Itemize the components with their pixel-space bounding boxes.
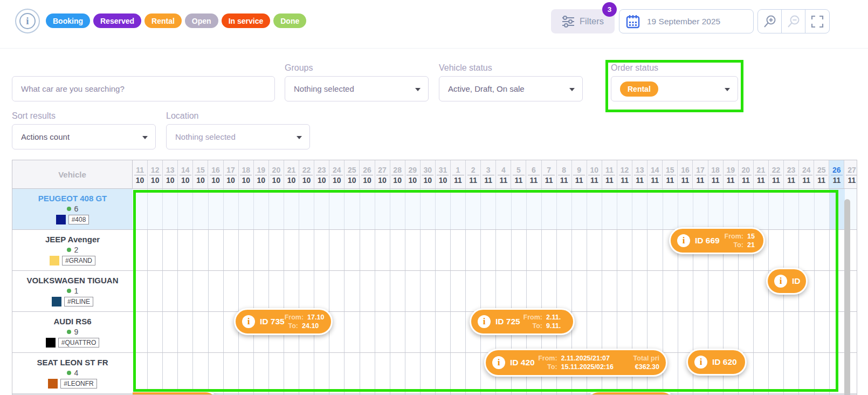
date-column-6-11: 611 bbox=[526, 160, 541, 188]
date-column-18-10: 1810 bbox=[239, 160, 254, 188]
booking-pill-partial[interactable]: From:7.10.2025/2To:15.10.2025 bbox=[133, 391, 219, 394]
date-month: 10 bbox=[257, 176, 266, 185]
vehicle-name: JEEP Avenger bbox=[45, 235, 100, 244]
date-day: 29 bbox=[407, 166, 418, 175]
vertical-scrollbar[interactable] bbox=[844, 199, 850, 395]
location-select[interactable]: Nothing selected bbox=[166, 124, 310, 149]
date-column-10-11: 1011 bbox=[587, 160, 602, 188]
booking-to-value: 9.11. bbox=[546, 322, 567, 330]
date-month: 10 bbox=[408, 176, 417, 185]
booking-from-value: 2.11. bbox=[546, 314, 567, 322]
date-month: 11 bbox=[560, 176, 568, 185]
booking-pill-id-420[interactable]: iID 420From:2.11.2025/21:07To:15.11.2025… bbox=[484, 349, 667, 377]
date-column-31-10: 3110 bbox=[436, 160, 451, 188]
info-icon: i bbox=[478, 315, 491, 328]
groups-select[interactable]: Nothing selected bbox=[285, 76, 429, 101]
vehicle-row-rline[interactable]: VOLKSWAGEN TIGUAN1#RLINE bbox=[12, 271, 133, 312]
date-column-28-10: 2810 bbox=[390, 160, 405, 188]
sort-results-value: Actions count bbox=[21, 132, 70, 141]
zoom-out-button[interactable] bbox=[782, 10, 805, 33]
date-column-26-10: 2610 bbox=[360, 160, 375, 188]
date-day: 16 bbox=[210, 166, 222, 175]
vehicle-row-leonfr[interactable]: SEAT LEON ST FR4#LEONFR bbox=[12, 353, 133, 394]
date-column-14-10: 1410 bbox=[178, 160, 193, 188]
vehicle-action-count: 1 bbox=[67, 287, 79, 295]
vehicle-search-input[interactable] bbox=[12, 77, 274, 101]
date-column-24-11: 2411 bbox=[799, 160, 814, 188]
booking-pill-id[interactable]: iID bbox=[766, 268, 808, 295]
date-day: 10 bbox=[588, 166, 600, 175]
legend-badge-in-service[interactable]: In service bbox=[222, 13, 271, 28]
groups-label: Groups bbox=[285, 63, 313, 73]
order-status-select[interactable]: Rental bbox=[611, 76, 738, 101]
sort-results-select[interactable]: Actions count bbox=[12, 124, 156, 149]
legend-badge-done[interactable]: Done bbox=[273, 13, 306, 28]
date-month: 11 bbox=[514, 176, 522, 185]
date-day: 14 bbox=[180, 166, 191, 175]
vehicle-count-value: 2 bbox=[74, 246, 79, 254]
zoom-in-button[interactable] bbox=[758, 10, 782, 33]
booking-pill-id-620[interactable]: iID 620 bbox=[686, 349, 747, 376]
fullscreen-button[interactable] bbox=[805, 10, 829, 33]
booking-pill-id-725[interactable]: iID 725From:2.11.To:9.11. bbox=[470, 308, 575, 335]
date-month: 10 bbox=[272, 176, 281, 185]
vehicle-row-quattro[interactable]: AUDI RS69#QUATTRO bbox=[12, 312, 133, 353]
date-month: 10 bbox=[393, 176, 402, 185]
vehicle-status-select[interactable]: Active, Draft, On sale bbox=[439, 76, 583, 101]
gantt-chart-area: iID 669From:15To:21iIDiID 735From:17.10T… bbox=[133, 189, 857, 394]
date-day: 1 bbox=[452, 166, 464, 175]
date-month: 10 bbox=[424, 176, 432, 185]
date-column-11-10: 1110 bbox=[133, 160, 148, 188]
booking-to-label: To: bbox=[547, 363, 557, 371]
vehicle-row-408[interactable]: PEUGEOT 408 GT6#408 bbox=[12, 189, 133, 230]
date-day: 13 bbox=[164, 166, 176, 175]
legend-badge-booking[interactable]: Booking bbox=[46, 13, 90, 28]
vehicle-tag-line: #408 bbox=[56, 215, 89, 224]
booking-id: ID 735 bbox=[260, 317, 285, 326]
booking-to-label: To: bbox=[532, 322, 542, 330]
status-dot-icon bbox=[67, 371, 71, 375]
date-day: 23 bbox=[316, 166, 328, 175]
booking-pill-id-669[interactable]: iID 669From:15To:21 bbox=[669, 227, 765, 254]
legend-badge-open[interactable]: Open bbox=[185, 13, 218, 28]
vehicle-name: SEAT LEON ST FR bbox=[37, 358, 108, 367]
date-month: 10 bbox=[348, 176, 356, 185]
legend-badge-rental[interactable]: Rental bbox=[144, 13, 182, 28]
chevron-down-icon bbox=[297, 136, 302, 139]
zoom-out-icon bbox=[787, 15, 801, 29]
booking-pill-id-735[interactable]: iID 735From:17.10To:24.10 bbox=[234, 308, 333, 335]
date-day: 8 bbox=[558, 166, 570, 175]
vehicle-status-value: Active, Draft, On sale bbox=[448, 84, 525, 93]
date-day: 18 bbox=[240, 166, 252, 175]
date-column-5-11: 511 bbox=[511, 160, 526, 188]
info-icon: i bbox=[677, 234, 690, 247]
date-column-25-10: 2510 bbox=[345, 160, 360, 188]
booking-pill-id-421[interactable]: iID 421From:9.11.To:16.11 bbox=[585, 391, 676, 394]
date-day: 21 bbox=[755, 166, 767, 175]
vehicle-action-count: 4 bbox=[67, 369, 79, 377]
vehicle-count-value: 6 bbox=[74, 205, 79, 213]
gantt-table: Vehicle 11101210131014101510161017101810… bbox=[12, 160, 857, 395]
date-month: 10 bbox=[196, 176, 205, 185]
date-month: 10 bbox=[302, 176, 311, 185]
date-column-8-11: 811 bbox=[557, 160, 572, 188]
date-picker[interactable]: 19 September 2025 bbox=[619, 9, 754, 33]
info-icon: i bbox=[242, 315, 255, 328]
date-day: 23 bbox=[786, 166, 797, 175]
vehicle-row-grand[interactable]: JEEP Avenger2#GRAND bbox=[12, 230, 133, 271]
date-month: 11 bbox=[712, 176, 720, 185]
vehicle-count-value: 1 bbox=[74, 287, 79, 295]
status-dot-icon bbox=[67, 289, 71, 293]
date-day: 7 bbox=[543, 166, 555, 175]
sliders-icon bbox=[562, 16, 575, 28]
legend-badge-reserved[interactable]: Reserved bbox=[93, 13, 141, 28]
date-column-29-10: 2910 bbox=[405, 160, 421, 188]
booking-total-price: Total pri€362.30 bbox=[633, 355, 659, 371]
chevron-down-icon bbox=[415, 88, 421, 91]
info-button[interactable]: i bbox=[15, 9, 40, 33]
date-month: 11 bbox=[727, 176, 735, 185]
date-month: 11 bbox=[590, 176, 598, 185]
date-day: 22 bbox=[301, 166, 313, 175]
date-day: 12 bbox=[619, 166, 631, 175]
vehicle-action-count: 2 bbox=[67, 246, 79, 254]
